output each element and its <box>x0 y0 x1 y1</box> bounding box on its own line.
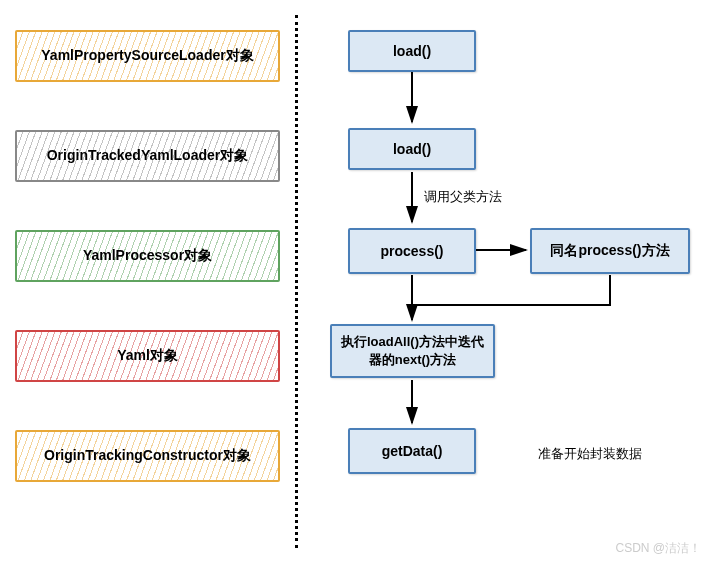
flow-label: 同名process()方法 <box>550 242 669 260</box>
edge-label-call-parent: 调用父类方法 <box>424 188 502 206</box>
flowchart-area: load() load() process() 同名process()方法 执行… <box>298 0 711 563</box>
flow-label: getData() <box>382 443 443 459</box>
flow-node-process: process() <box>348 228 476 274</box>
object-label: OriginTrackingConstructor对象 <box>44 447 251 465</box>
edge-label-prepare-wrap: 准备开始封装数据 <box>538 445 642 463</box>
object-label: Yaml对象 <box>117 347 178 365</box>
object-label: OriginTrackedYamlLoader对象 <box>47 147 249 165</box>
flow-node-load-2: load() <box>348 128 476 170</box>
watermark: CSDN @洁洁！ <box>615 540 701 557</box>
object-box-yaml-processor: YamlProcessor对象 <box>15 230 280 282</box>
flow-node-process-samename: 同名process()方法 <box>530 228 690 274</box>
flow-label: 执行loadAll()方法中迭代器的next()方法 <box>340 333 485 369</box>
flow-node-getdata: getData() <box>348 428 476 474</box>
flow-node-loadall-next: 执行loadAll()方法中迭代器的next()方法 <box>330 324 495 378</box>
object-box-origin-tracked-yaml-loader: OriginTrackedYamlLoader对象 <box>15 130 280 182</box>
object-box-origin-tracking-constructor: OriginTrackingConstructor对象 <box>15 430 280 482</box>
object-label: YamlProcessor对象 <box>83 247 212 265</box>
object-box-yaml: Yaml对象 <box>15 330 280 382</box>
object-box-yaml-property-source-loader: YamlPropertySourceLoader对象 <box>15 30 280 82</box>
object-label: YamlPropertySourceLoader对象 <box>41 47 253 65</box>
object-list: YamlPropertySourceLoader对象 OriginTracked… <box>0 0 295 563</box>
flow-node-load-1: load() <box>348 30 476 72</box>
flow-label: load() <box>393 43 431 59</box>
flow-label: process() <box>380 243 443 259</box>
flow-arrows <box>298 0 711 563</box>
flow-label: load() <box>393 141 431 157</box>
